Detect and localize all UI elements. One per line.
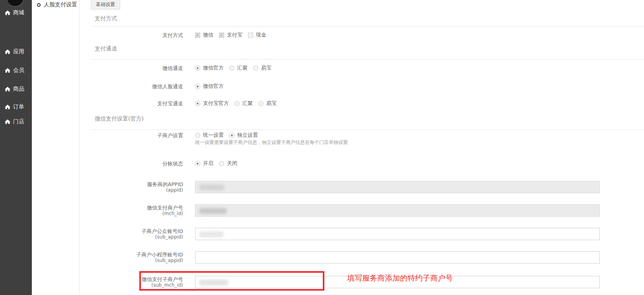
checkbox-checked-icon[interactable]: ✓ (219, 33, 224, 38)
sub-appid-miniprogram-input[interactable] (195, 251, 600, 264)
divider (91, 26, 644, 27)
field-sublabel: (appId) (80, 187, 183, 193)
radio-selected-icon[interactable] (195, 84, 200, 89)
radio-option-wechat-official[interactable]: 微信官方 (195, 83, 224, 90)
radio-option-yibao[interactable]: 易宝 (258, 100, 277, 107)
field-label: 微信支付商户号 (mch_id) (80, 205, 183, 217)
form-row-provider-appid: 服务商的APPID (appId) (80, 181, 644, 193)
sidebar-item-label: 商城 (13, 9, 24, 16)
submenu-item-label: 人脸支付设置 (44, 1, 77, 8)
radio-option-wechat-official[interactable]: 微信官方 (195, 64, 224, 72)
option-label: 现金 (256, 31, 266, 39)
wechat-mch-id-input (195, 204, 600, 217)
provider-appid-input (195, 181, 600, 193)
section-title-pay-channels: 支付通道 (95, 45, 117, 52)
divider (91, 130, 644, 130)
form-row-wechat-channel: 微信通道 微信官方 汇聚 易宝 (80, 64, 644, 72)
checkbox-option-alipay[interactable]: ✓ 支付宝 (219, 31, 242, 39)
sub-merchant-mode-hint: 统一设置需要设置子商户信息，独立设置子商户信息在每个门店单独设置 (195, 139, 348, 146)
sidebar-item-label: 门店 (13, 118, 24, 125)
radio-unselected-icon[interactable] (258, 101, 263, 106)
form-row-alipay-channel: 支付宝通道 支付宝官方 汇聚 易宝 (80, 99, 644, 107)
form-row-pay-methods: 支付方式 ✓ 微信 ✓ 支付宝 现金 (80, 31, 644, 39)
option-label: 支付宝 (227, 31, 242, 39)
field-label: 微信通道 (80, 65, 183, 71)
checkbox-checked-icon[interactable]: ✓ (195, 33, 200, 38)
field-label: 子商户设置 (80, 132, 183, 138)
section-title-pay-methods: 支付方式 (95, 15, 117, 22)
radio-selected-icon[interactable] (195, 66, 200, 71)
secondary-sidebar: 人脸支付设置 (32, 0, 80, 295)
field-sublabel: (sub_appid) (80, 258, 183, 264)
field-label: 服务商的APPID (appId) (80, 181, 183, 193)
field-label: 微信人脸通道 (80, 83, 183, 89)
form-row-sub-appid-public: 子商户公众账号ID (sub_appid) (80, 228, 644, 240)
option-label: 支付宝官方 (203, 100, 229, 107)
annotation-text: 填写服务商添加的特约子商户号 (347, 273, 453, 283)
sidebar-item-label: 应用 (13, 48, 24, 55)
redacted-value (199, 279, 228, 285)
form-row-wechat-mch-id: 微信支付商户号 (mch_id) (80, 204, 644, 217)
sidebar-item-stores[interactable]: 门店 (0, 118, 32, 126)
option-label: 易宝 (261, 64, 271, 72)
home-icon (5, 49, 10, 54)
option-label: 开启 (203, 160, 213, 167)
checkbox-unchecked-icon[interactable] (248, 33, 253, 38)
app-logo[interactable] (8, 0, 24, 7)
home-icon (5, 119, 10, 124)
radio-option-yibao[interactable]: 易宝 (253, 64, 271, 72)
home-icon (5, 10, 10, 15)
radio-option-independent-setting[interactable]: 独立设置 (229, 132, 258, 139)
sub-appid-public-input[interactable] (195, 228, 600, 240)
radio-unselected-icon[interactable] (229, 66, 234, 71)
option-label: 微信官方 (203, 64, 224, 72)
field-label: 子商户公众账号ID (sub_appid) (80, 228, 183, 240)
field-sublabel: (mch_id) (80, 211, 183, 217)
sidebar-item-apps[interactable]: 应用 (0, 48, 32, 56)
option-label: 微信 (203, 31, 213, 39)
radio-unselected-icon[interactable] (253, 66, 258, 71)
option-label: 微信官方 (203, 83, 224, 90)
checkbox-option-cash[interactable]: 现金 (248, 31, 266, 39)
field-sublabel: (sub_appid) (80, 234, 183, 240)
radio-selected-icon[interactable] (229, 133, 234, 138)
radio-option-unified-setting[interactable]: 统一设置 (195, 132, 224, 139)
sidebar-item-members[interactable]: 会员 (0, 66, 32, 74)
sidebar-item-label: 订单 (13, 103, 24, 111)
option-label: 汇聚 (242, 100, 253, 107)
option-label: 关闭 (227, 160, 237, 167)
sidebar-item-goods[interactable]: 商品 (0, 85, 32, 93)
redacted-value (199, 208, 226, 214)
option-label: 统一设置 (203, 132, 224, 139)
form-row-sub-merchant-mode: 子商户设置 统一设置 独立设置 (80, 131, 644, 139)
field-label: 微信支付子商户号 (sub_mch_id) (80, 276, 183, 288)
sidebar-item-orders[interactable]: 订单 (0, 103, 32, 111)
radio-option-alipay-official[interactable]: 支付宝官方 (195, 100, 229, 107)
redacted-value (199, 184, 224, 190)
redacted-value (199, 231, 223, 237)
form-row-wechat-face-channel: 微信人脸通道 微信官方 (80, 82, 644, 90)
sidebar-item-mall[interactable]: 商城 (0, 9, 32, 17)
home-icon (5, 68, 10, 73)
circle-outline-icon (37, 3, 41, 7)
tab-basic-settings[interactable]: 基础设置 (91, 0, 120, 10)
form-row-sub-appid-miniprogram: 子商户小程序账号ID (sub_appid) (80, 251, 644, 264)
radio-selected-icon[interactable] (195, 161, 200, 166)
field-label: 子商户小程序账号ID (sub_appid) (80, 252, 183, 264)
field-label: 分账状态 (80, 161, 183, 167)
radio-unselected-icon[interactable] (219, 161, 224, 166)
home-icon (5, 87, 10, 91)
option-label: 易宝 (266, 100, 277, 107)
divider (91, 59, 644, 60)
radio-option-disabled[interactable]: 关闭 (219, 160, 237, 167)
radio-option-huiju[interactable]: 汇聚 (229, 64, 248, 72)
checkbox-option-wechat[interactable]: ✓ 微信 (195, 31, 213, 39)
radio-option-huiju[interactable]: 汇聚 (234, 100, 253, 107)
radio-selected-icon[interactable] (195, 101, 200, 106)
form-row-split-status: 分账状态 开启 关闭 (80, 159, 644, 167)
sidebar-item-label: 会员 (13, 67, 24, 74)
radio-option-enabled[interactable]: 开启 (195, 160, 213, 167)
submenu-item-face-pay-settings[interactable]: 人脸支付设置 (37, 1, 77, 8)
radio-unselected-icon[interactable] (195, 133, 200, 138)
radio-unselected-icon[interactable] (234, 101, 240, 106)
